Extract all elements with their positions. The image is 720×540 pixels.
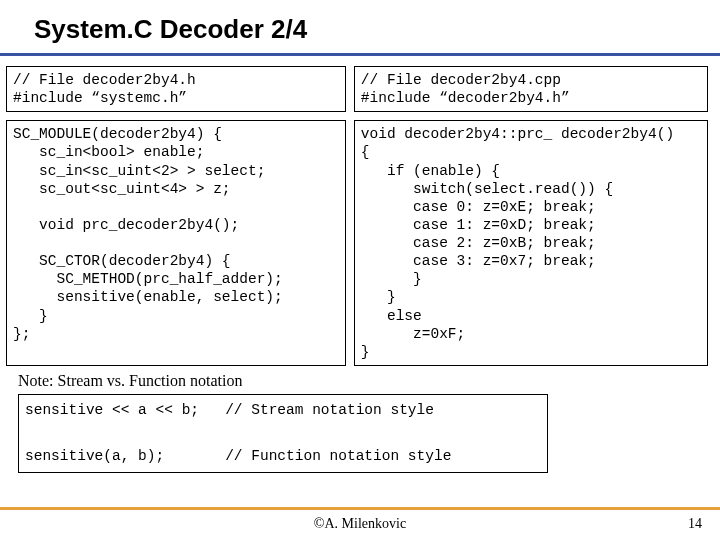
slide-title: System.C Decoder 2/4 (0, 0, 720, 53)
footer-divider (0, 507, 720, 510)
footer-author: ©A. Milenkovic (0, 516, 720, 532)
code-header-right: // File decoder2by4.cpp #include “decode… (354, 66, 708, 112)
code-module-left: SC_MODULE(decoder2by4) { sc_in<bool> ena… (6, 120, 346, 366)
code-notation-box: sensitive << a << b; // Stream notation … (18, 394, 548, 474)
code-row-top: // File decoder2by4.h #include “systemc.… (0, 66, 720, 112)
code-row-main: SC_MODULE(decoder2by4) { sc_in<bool> ena… (0, 120, 720, 366)
code-header-left: // File decoder2by4.h #include “systemc.… (6, 66, 346, 112)
footer-page-number: 14 (688, 516, 702, 532)
note-text: Note: Stream vs. Function notation (0, 366, 720, 394)
code-impl-right: void decoder2by4::prc_ decoder2by4() { i… (354, 120, 708, 366)
title-underline (0, 53, 720, 56)
